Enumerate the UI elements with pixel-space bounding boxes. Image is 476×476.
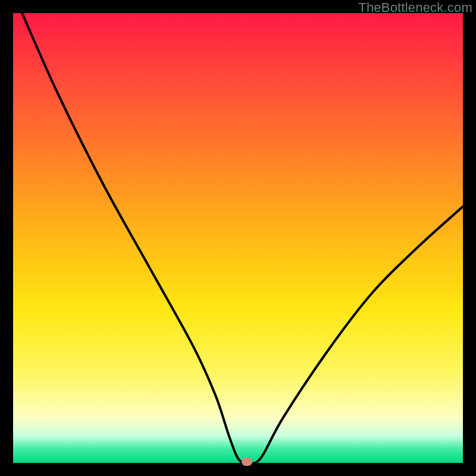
attribution-text: TheBottleneck.com	[358, 0, 472, 15]
chart-plot-area	[13, 13, 463, 463]
min-point-marker	[242, 458, 252, 466]
bottleneck-curve	[13, 13, 463, 463]
chart-frame: TheBottleneck.com	[0, 0, 476, 476]
curve-path	[22, 13, 463, 463]
